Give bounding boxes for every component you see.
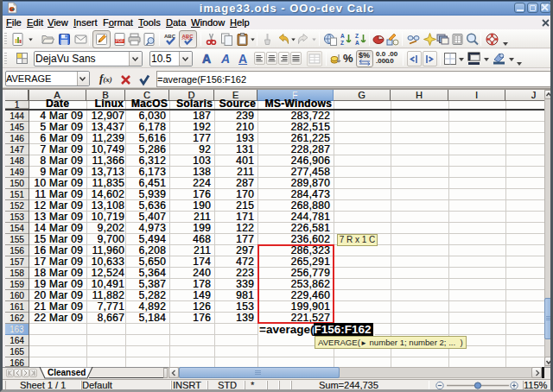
svg-text:Z: Z bbox=[340, 40, 344, 46]
svg-text:PDF: PDF bbox=[116, 39, 124, 43]
svg-text:ABC: ABC bbox=[182, 34, 194, 39]
svg-text:Z: Z bbox=[355, 33, 359, 39]
svg-text:A: A bbox=[355, 40, 359, 46]
svg-text:A: A bbox=[340, 33, 345, 39]
